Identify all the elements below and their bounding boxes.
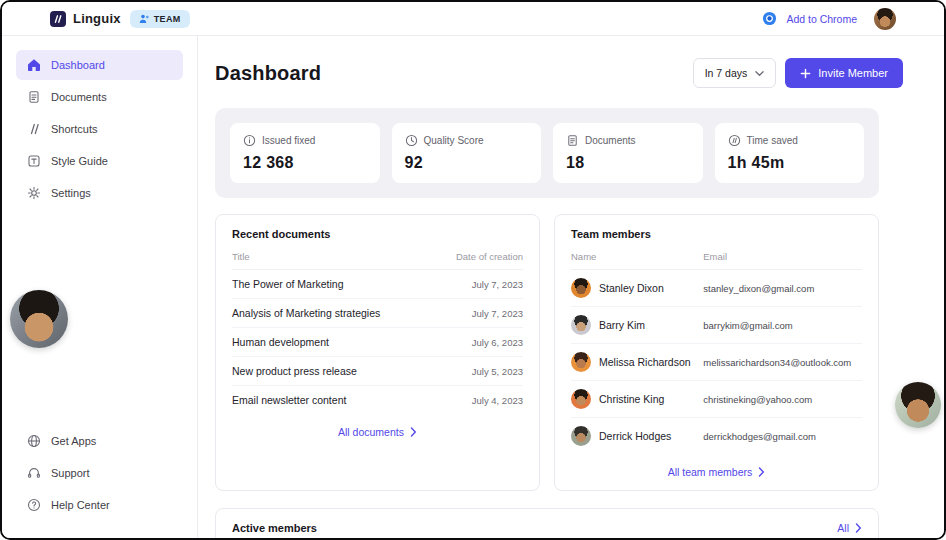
invite-member-label: Invite Member bbox=[818, 67, 888, 79]
period-select-value: In 7 days bbox=[705, 67, 748, 79]
sidebar-item-support[interactable]: Support bbox=[16, 458, 183, 488]
stat-card-documents: Documents 18 bbox=[553, 123, 703, 183]
stat-label: Quality Score bbox=[424, 135, 484, 146]
sidebar-item-label: Support bbox=[51, 467, 90, 479]
page-header: Dashboard In 7 days Invite Member bbox=[198, 36, 944, 88]
sidebar-item-help-center[interactable]: Help Center bbox=[16, 490, 183, 520]
sidebar-item-settings[interactable]: Settings bbox=[16, 178, 183, 208]
team-members-panel: Team members Name Email Stanley Dixon st… bbox=[554, 214, 879, 491]
stats-row: Issued fixed 12 368 Quality Score 92 bbox=[215, 108, 879, 198]
stat-label: Issued fixed bbox=[262, 135, 315, 146]
stat-card-quality-score: Quality Score 92 bbox=[392, 123, 542, 183]
table-row[interactable]: Human development July 6, 2023 bbox=[232, 328, 523, 357]
panel-title: Recent documents bbox=[232, 228, 523, 240]
app-window: Linguix TEAM Add to Chrome bbox=[0, 0, 946, 540]
globe-icon bbox=[27, 434, 41, 448]
sidebar-item-label: Documents bbox=[51, 91, 107, 103]
active-members-panel: Active members All 100 bbox=[215, 508, 879, 538]
invite-member-button[interactable]: Invite Member bbox=[785, 58, 903, 88]
member-row: Melissa Richardson melissarichardson34@o… bbox=[571, 344, 862, 381]
brand-name: Linguix bbox=[73, 11, 121, 26]
stat-value: 1h 45m bbox=[728, 154, 852, 172]
member-avatar bbox=[571, 426, 591, 446]
member-row: Christine King christineking@yahoo.com bbox=[571, 381, 862, 418]
home-icon bbox=[27, 58, 41, 72]
all-documents-link[interactable]: All documents bbox=[232, 414, 523, 438]
panel-title: Team members bbox=[571, 228, 862, 240]
slashes-circle-icon bbox=[728, 134, 741, 147]
document-icon bbox=[566, 134, 579, 147]
member-avatar bbox=[571, 278, 591, 298]
people-icon bbox=[139, 14, 150, 24]
main-content: Dashboard In 7 days Invite Member bbox=[198, 36, 944, 538]
table-row[interactable]: Email newsletter content July 4, 2023 bbox=[232, 386, 523, 414]
stat-card-time-saved: Time saved 1h 45m bbox=[715, 123, 865, 183]
recent-documents-panel: Recent documents Title Date of creation … bbox=[215, 214, 540, 491]
panel-title: Active members bbox=[232, 522, 317, 534]
team-badge-label: TEAM bbox=[154, 14, 181, 24]
document-icon bbox=[27, 90, 41, 104]
all-team-members-link[interactable]: All team members bbox=[571, 454, 862, 478]
period-select[interactable]: In 7 days bbox=[693, 58, 777, 88]
sidebar-item-label: Style Guide bbox=[51, 155, 108, 167]
column-date: Date of creation bbox=[456, 251, 523, 262]
brand: Linguix bbox=[50, 11, 121, 27]
column-name: Name bbox=[571, 251, 703, 262]
style-guide-icon bbox=[27, 154, 41, 168]
sidebar-item-label: Help Center bbox=[51, 499, 110, 511]
clock-icon bbox=[405, 134, 418, 147]
question-circle-icon bbox=[27, 498, 41, 512]
team-badge[interactable]: TEAM bbox=[130, 10, 190, 28]
table-header: Name Email bbox=[571, 251, 862, 270]
stat-card-issued-fixed: Issued fixed 12 368 bbox=[230, 123, 380, 183]
table-row[interactable]: The Power of Marketing July 7, 2023 bbox=[232, 270, 523, 299]
topbar: Linguix TEAM Add to Chrome bbox=[2, 2, 944, 36]
chevron-down-icon bbox=[755, 70, 764, 77]
sidebar-item-label: Dashboard bbox=[51, 59, 105, 71]
member-row: Derrick Hodges derrickhodges@gmail.com bbox=[571, 418, 862, 454]
all-link[interactable]: All bbox=[837, 522, 862, 534]
sidebar-item-style-guide[interactable]: Style Guide bbox=[16, 146, 183, 176]
sidebar-footer: Get Apps Support Help Center bbox=[2, 426, 197, 522]
sidebar: Dashboard Documents Shortcuts Style Guid… bbox=[2, 36, 198, 538]
user-avatar[interactable] bbox=[874, 8, 896, 30]
sidebar-item-label: Settings bbox=[51, 187, 91, 199]
sidebar-item-label: Get Apps bbox=[51, 435, 96, 447]
info-icon bbox=[243, 134, 256, 147]
table-header: Title Date of creation bbox=[232, 251, 523, 270]
stat-label: Time saved bbox=[747, 135, 798, 146]
sidebar-item-dashboard[interactable]: Dashboard bbox=[16, 50, 183, 80]
floating-avatar-right bbox=[895, 382, 941, 428]
column-email: Email bbox=[703, 251, 862, 262]
stat-value: 92 bbox=[405, 154, 529, 172]
member-avatar bbox=[571, 389, 591, 409]
sidebar-item-documents[interactable]: Documents bbox=[16, 82, 183, 112]
stat-value: 18 bbox=[566, 154, 690, 172]
sidebar-item-label: Shortcuts bbox=[51, 123, 97, 135]
member-avatar bbox=[571, 315, 591, 335]
chrome-icon bbox=[762, 11, 777, 26]
member-row: Barry Kim barrykim@gmail.com bbox=[571, 307, 862, 344]
stat-label: Documents bbox=[585, 135, 636, 146]
add-to-chrome-link[interactable]: Add to Chrome bbox=[786, 13, 857, 25]
sidebar-item-get-apps[interactable]: Get Apps bbox=[16, 426, 183, 456]
stat-value: 12 368 bbox=[243, 154, 367, 172]
floating-avatar-left bbox=[10, 290, 68, 348]
chevron-right-icon bbox=[855, 523, 862, 533]
slashes-icon bbox=[27, 122, 41, 136]
table-row[interactable]: New product press release July 5, 2023 bbox=[232, 357, 523, 386]
sidebar-item-shortcuts[interactable]: Shortcuts bbox=[16, 114, 183, 144]
headset-icon bbox=[27, 466, 41, 480]
linguix-logo-icon bbox=[50, 11, 66, 27]
member-avatar bbox=[571, 352, 591, 372]
chevron-right-icon bbox=[758, 467, 765, 477]
member-row: Stanley Dixon stanley_dixon@gmail.com bbox=[571, 270, 862, 307]
page-title: Dashboard bbox=[215, 62, 321, 85]
chevron-right-icon bbox=[410, 427, 417, 437]
column-title: Title bbox=[232, 251, 250, 262]
gear-icon bbox=[27, 186, 41, 200]
plus-icon bbox=[800, 68, 811, 79]
table-row[interactable]: Analysis of Marketing strategies July 7,… bbox=[232, 299, 523, 328]
